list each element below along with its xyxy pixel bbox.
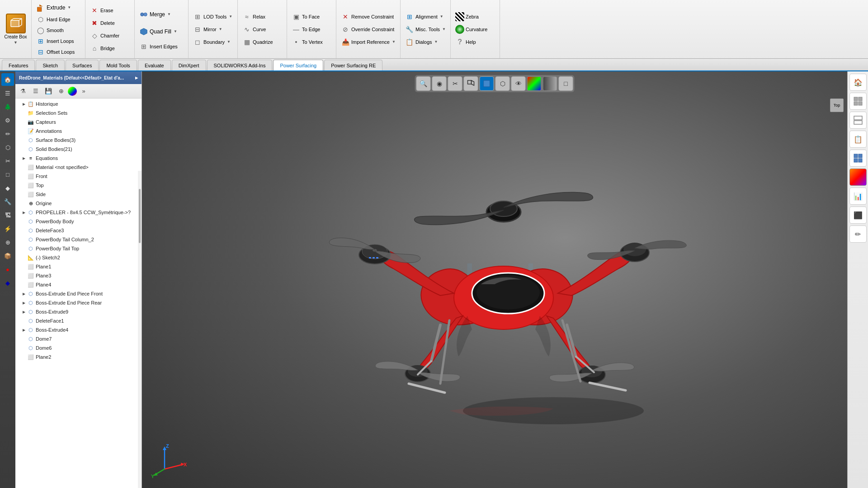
tree-item-top[interactable]: ⬜ Top [15,181,142,190]
insert-edges-button[interactable]: ⊞ Insert Edges [137,40,186,53]
delete-button[interactable]: ✖ Delete [87,17,132,29]
gem-side-icon[interactable]: ◆ [1,182,14,194]
build-side-icon[interactable]: 🏗 [1,209,14,221]
tree-color-btn[interactable] [68,87,77,96]
view-cube-top[interactable]: Top [830,99,844,112]
tree-scrollbar[interactable] [138,171,142,488]
tab-evaluate[interactable]: Evaluate [138,60,171,70]
quadrize-button[interactable]: ▦ Quadrize [240,36,285,48]
tree-item-deleteface1[interactable]: ⬡ DeleteFace1 [15,316,142,325]
right-view-btn[interactable] [849,93,867,110]
tab-dimxpert[interactable]: DimXpert [172,60,206,70]
right-home-btn[interactable]: 🏠 [849,74,867,91]
tree-item-plane1[interactable]: ⬜ Plane1 [15,262,142,271]
tab-power-surfacing[interactable]: Power Surfacing [273,60,323,70]
create-box-icon[interactable] [6,14,26,33]
tab-power-surfacing-re[interactable]: Power Surfacing RE [324,60,382,70]
tree-item-plane2[interactable]: ⬜ Plane2 [15,352,142,361]
tab-surfaces[interactable]: Surfaces [66,60,99,70]
bridge-button[interactable]: ⌂ Bridge [87,42,132,55]
insert-loops-button[interactable]: ⊞ Insert Loops [33,36,83,47]
chamfer-button[interactable]: ◇ Chamfer [87,29,132,42]
tree-item-boss-extrude-rear[interactable]: ▶ ⬡ Boss-Extrude End Piece Rear [15,298,142,307]
tree-filter-btn[interactable]: ⚗ [17,85,29,97]
tree-item-powerbody-body[interactable]: ⬡ PowerBody Body [15,217,142,226]
tab-mold-tools[interactable]: Mold Tools [99,60,137,70]
tree-item-propeller[interactable]: ▶ ⬡ PROPELLER - 8x4.5 CCW_Symétrique->? [15,208,142,217]
tree-scrollbar-thumb[interactable] [139,189,141,243]
tree-expand-btn[interactable]: » [78,85,90,97]
lod-tools-button[interactable]: ⊞ LOD Tools ▼ [190,10,236,23]
toolbar-expand[interactable]: ▼ [14,40,18,45]
to-vertex-button[interactable]: • To Vertex [289,36,334,48]
alignment-button[interactable]: ⊞ Alignment ▼ [402,10,448,23]
tree-item-boss-extrude-front[interactable]: ▶ ⬡ Boss-Extrude End Piece Front [15,289,142,298]
remove-constraint-button[interactable]: ✕ Remove Constraint [338,10,398,23]
circle-side-icon[interactable]: ● [1,263,14,276]
right-tree-btn[interactable]: 📋 [849,131,867,148]
tree-side-icon[interactable]: 🌲 [1,100,14,113]
help-button[interactable]: ? Help [453,36,498,48]
merge-button[interactable]: Merge ▼ [137,6,186,23]
tree-item-plane4[interactable]: ⬜ Plane4 [15,280,142,289]
right-layout-btn[interactable] [849,112,867,129]
right-edit-btn[interactable]: ✏ [849,225,867,243]
tab-solidworks-addins[interactable]: SOLIDWORKS Add-Ins [207,60,273,70]
tree-item-deleteface3[interactable]: ⬡ DeleteFace3 [15,226,142,235]
bolt-side-icon[interactable]: ⚡ [1,222,14,235]
box-side-icon[interactable]: □ [1,168,14,181]
override-constraint-button[interactable]: ⊘ Override Constraint [338,23,398,36]
tree-item-sketch2[interactable]: 📐 (-) Sketch2 [15,253,142,262]
zebra-button[interactable]: Zebra [453,10,498,23]
boundary-button[interactable]: ◻ Boundary ▼ [190,36,236,48]
cut-side-icon[interactable]: ✂ [1,155,14,167]
tree-item-dome6[interactable]: ⬡ Dome6 [15,343,142,352]
tab-features[interactable]: Features [2,60,35,70]
package-side-icon[interactable]: 📦 [1,249,14,262]
right-grid-btn[interactable] [849,150,867,167]
tree-item-material[interactable]: ⬜ Material <not specified> [15,163,142,172]
tree-crosshair-btn[interactable]: ⊕ [55,85,67,97]
curvature-button[interactable]: Curvature [453,23,498,36]
tree-item-annotations[interactable]: ▶ 📝 Annotations [15,127,142,136]
right-expand-btn[interactable]: ⬛ [849,206,867,224]
tree-item-plane3[interactable]: ⬜ Plane3 [15,271,142,280]
sketch-side-icon[interactable]: ✏ [1,127,14,140]
viewport[interactable]: 🔍 ◉ ✂ ⬡ 👁 □ ماي-تاير [142,71,847,488]
tab-sketch[interactable]: Sketch [36,60,65,70]
right-stats-btn[interactable]: 📊 [849,188,867,205]
tree-item-equations[interactable]: ▶ = Equations [15,154,142,163]
hard-edge-button[interactable]: ⬡ Hard Edge [33,14,83,25]
tree-item-capteurs[interactable]: ▶ 📷 Capteurs [15,117,142,127]
tree-save-btn[interactable]: 💾 [42,85,54,97]
erase-button[interactable]: ✕ Erase [87,4,132,17]
list-side-icon[interactable]: ☰ [1,87,14,99]
tree-item-boss-extrude9[interactable]: ▶ ⬡ Boss-Extrude9 [15,307,142,316]
smooth-button[interactable]: ◯ Smooth [33,25,83,36]
tree-item-boss-extrude4[interactable]: ▶ ⬡ Boss-Extrude4 [15,325,142,334]
tree-item-solid-bodies[interactable]: ▶ ⬡ Solid Bodies(21) [15,145,142,154]
tree-item-dome7[interactable]: ⬡ Dome7 [15,334,142,343]
settings-side-icon[interactable]: ⚙ [1,114,14,127]
mirror-button[interactable]: ⊟ Mirror ▼ [190,23,236,36]
to-face-button[interactable]: ▣ To Face [289,10,334,23]
tree-item-origine[interactable]: ⊕ Origine [15,199,142,208]
wrench-side-icon[interactable]: 🔧 [1,195,14,208]
right-color-btn[interactable] [849,169,867,186]
home-side-icon[interactable]: 🏠 [1,73,14,86]
tree-item-side[interactable]: ⬜ Side [15,190,142,199]
curve-button[interactable]: ∿ Curve [240,23,285,36]
tree-item-powerbody-tail-top[interactable]: ⬡ PowerBody Tail Top [15,244,142,253]
misc-tools-button[interactable]: 🔧 Misc. Tools ▼ [402,23,448,36]
tree-item-selection-sets[interactable]: ▶ 📁 Selection Sets [15,108,142,117]
extrude-button[interactable]: Extrude ▼ [33,1,83,14]
relax-button[interactable]: ≈ Relax [240,10,285,23]
offset-loops-button[interactable]: ⊟ Offset Loops [33,47,83,57]
hex-side-icon[interactable]: ⬡ [1,141,14,154]
plus-side-icon[interactable]: ⊕ [1,236,14,249]
dialogs-button[interactable]: 📋 Dialogs ▼ [402,36,448,48]
diamond-side-icon[interactable]: ◆ [1,277,14,289]
tree-item-powerbody-tail-col[interactable]: ⬡ PowerBody Tail Column_2 [15,235,142,244]
quad-fill-button[interactable]: Quad Fill ▼ [137,23,186,40]
import-reference-button[interactable]: 📥 Import Reference ▼ [338,36,398,48]
